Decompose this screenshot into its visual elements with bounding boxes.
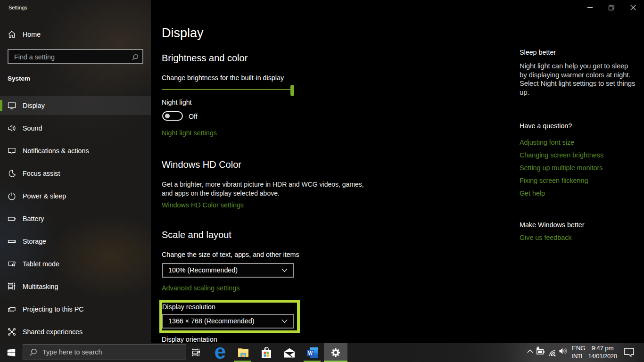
svg-text:W: W	[308, 351, 313, 356]
